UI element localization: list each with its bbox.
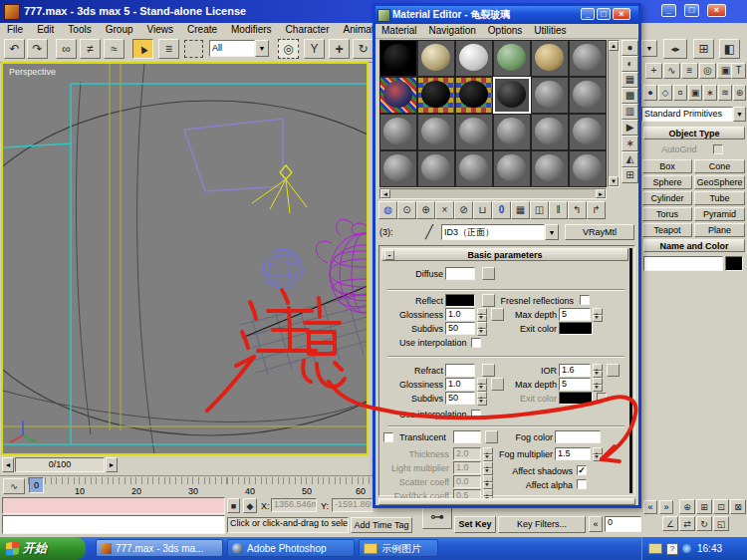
next-rollout-header[interactable]: [378, 498, 635, 505]
sample-slot[interactable]: [379, 150, 417, 187]
menu-views[interactable]: Views: [140, 23, 181, 37]
me-menu-options[interactable]: Options: [482, 24, 528, 37]
scroll-up-button[interactable]: ▲: [609, 41, 619, 51]
track-range-field[interactable]: 0/100: [15, 457, 105, 472]
material-map-navigator-button[interactable]: ⊞: [622, 167, 638, 183]
material-editor-minimize[interactable]: _: [581, 8, 595, 20]
sample-slot[interactable]: [493, 114, 531, 150]
sample-slot-active[interactable]: [493, 77, 531, 114]
make-unique-button[interactable]: ⊘: [454, 201, 473, 219]
material-name-arrow[interactable]: ▼: [545, 224, 559, 240]
sample-tiling-button[interactable]: ▩: [622, 88, 638, 104]
sample-slot[interactable]: [569, 77, 607, 114]
reflect-subdivs-spinner[interactable]: [477, 322, 487, 336]
refract-use-interpolation-checkbox[interactable]: [471, 410, 481, 420]
primitive-tube-button[interactable]: Tube: [694, 191, 745, 205]
perspective-viewport[interactable]: Perspective: [1, 62, 369, 455]
scroll-left-button[interactable]: ◄: [380, 189, 390, 198]
abs-offset-toggle[interactable]: ◆: [243, 498, 257, 513]
refract-max-depth-spinner[interactable]: [593, 378, 603, 392]
refract-map-button[interactable]: [482, 364, 495, 377]
mirror-button[interactable]: ◂▸: [663, 39, 687, 59]
x-coordinate-field[interactable]: 1356.546m: [271, 498, 317, 512]
reset-map-button[interactable]: ×: [435, 201, 454, 219]
me-menu-navigation[interactable]: Navigation: [423, 24, 482, 37]
material-options-button[interactable]: ∗: [622, 136, 638, 151]
menu-character[interactable]: Character: [279, 23, 337, 37]
zoom-extents-button[interactable]: ⊡: [713, 499, 729, 514]
put-to-library-button[interactable]: ⊔: [473, 201, 492, 219]
go-to-start-button[interactable]: «: [589, 516, 603, 532]
add-time-tag-button[interactable]: Add Time Tag: [351, 517, 412, 533]
put-material-to-scene-button[interactable]: ⊙: [397, 201, 416, 219]
slots-vertical-scrollbar[interactable]: ▲ ▼: [608, 40, 620, 187]
me-menu-utilities[interactable]: Utilities: [528, 24, 572, 37]
refract-exit-color-swatch[interactable]: [559, 392, 593, 405]
affect-alpha-checkbox[interactable]: [577, 479, 587, 489]
sample-type-button[interactable]: ●: [622, 40, 638, 56]
object-type-rollout[interactable]: Object Type: [643, 127, 745, 140]
tab-create[interactable]: +: [645, 63, 662, 79]
video-color-check-button[interactable]: ▥: [622, 104, 638, 120]
sample-slot[interactable]: [455, 77, 493, 114]
go-forward-sibling-button[interactable]: ↱: [587, 201, 606, 219]
maxscript-listener-white[interactable]: [2, 515, 225, 534]
sample-slot[interactable]: [569, 114, 607, 150]
time-slider-thumb[interactable]: 0: [29, 477, 44, 493]
material-effects-channel-button[interactable]: 0: [492, 201, 511, 219]
tab-hierarchy[interactable]: ≡: [681, 63, 698, 79]
scroll-right-button[interactable]: ►: [596, 189, 606, 198]
translucent-color-swatch[interactable]: [453, 430, 481, 443]
arc-rotate-button[interactable]: ↻: [696, 516, 712, 531]
assign-material-button[interactable]: ⊕: [416, 201, 435, 219]
scroll-down-button[interactable]: ▼: [609, 176, 619, 186]
selection-filter-arrow[interactable]: ▼: [255, 40, 269, 57]
menu-modifiers[interactable]: Modifiers: [224, 23, 279, 37]
align-button[interactable]: ⊞: [693, 39, 714, 59]
tab-utilities[interactable]: T: [731, 63, 746, 79]
taskbar-item-max[interactable]: 777.max - 3ds ma...: [96, 539, 223, 557]
refract-glossiness-spinner[interactable]: [477, 378, 487, 392]
reflect-max-depth-spinner[interactable]: [593, 308, 603, 322]
next-frame-button[interactable]: »: [659, 500, 673, 514]
category-shapes[interactable]: ◇: [658, 85, 672, 101]
primitive-category-dropdown[interactable]: Standard Primitives: [641, 107, 733, 122]
background-button[interactable]: ▦: [622, 72, 638, 88]
object-name-field[interactable]: [643, 256, 723, 271]
ior-field[interactable]: 1.6: [559, 364, 591, 377]
taskbar-item-pictures[interactable]: 示例图片: [359, 539, 438, 557]
primitive-box-button[interactable]: Box: [642, 159, 692, 173]
sample-slot[interactable]: [417, 40, 455, 77]
pick-material-button[interactable]: ╱: [421, 224, 437, 240]
fresnel-checkbox[interactable]: [580, 295, 590, 305]
tab-motion[interactable]: ◎: [699, 63, 716, 79]
menu-file[interactable]: File: [0, 23, 30, 37]
category-helpers[interactable]: ∗: [703, 85, 717, 101]
backlight-button[interactable]: ◐: [622, 56, 638, 72]
taskbar-item-photoshop[interactable]: Adobe Photoshop: [227, 539, 355, 557]
select-link-button[interactable]: ∞: [56, 39, 77, 59]
unlink-button[interactable]: ≠: [80, 39, 101, 59]
category-geometry[interactable]: ●: [643, 85, 657, 101]
refract-subdivs-field[interactable]: 50: [445, 392, 475, 405]
track-next-button[interactable]: ►: [106, 457, 118, 472]
sample-slot[interactable]: [531, 40, 569, 77]
bind-spacewarp-button[interactable]: ≈: [104, 39, 124, 59]
sample-slot[interactable]: [379, 114, 417, 150]
sample-slot[interactable]: [455, 150, 493, 187]
primitive-cylinder-button[interactable]: Cylinder: [642, 191, 692, 205]
name-color-rollout[interactable]: Name and Color: [643, 239, 745, 252]
sample-slot[interactable]: [455, 114, 493, 150]
restore-button[interactable]: □: [684, 4, 699, 17]
material-editor-restore[interactable]: □: [597, 8, 611, 20]
reflect-glossiness-map-button[interactable]: [491, 308, 504, 321]
get-material-button[interactable]: ◍: [378, 201, 397, 219]
set-key-button[interactable]: Set Key: [454, 516, 496, 533]
zoom-all-button[interactable]: ⊞: [696, 499, 712, 514]
reflect-glossiness-field[interactable]: 1.0: [445, 308, 475, 321]
affect-shadows-checkbox[interactable]: ✓: [577, 465, 587, 475]
sample-slot[interactable]: [493, 150, 531, 187]
help-tray-icon[interactable]: ?: [666, 543, 678, 555]
sample-slot[interactable]: [493, 40, 531, 77]
reflect-subdivs-field[interactable]: 50: [445, 322, 475, 335]
